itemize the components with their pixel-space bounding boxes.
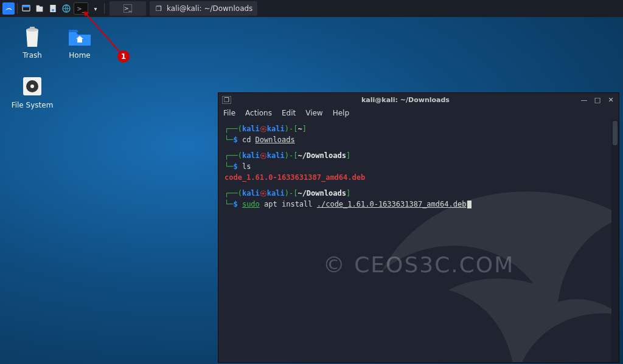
svg-rect-6	[30, 27, 35, 29]
desktop-icon-home[interactable]: Home	[58, 24, 101, 60]
desktop-icon-label: Home	[69, 51, 90, 60]
minimize-button[interactable]: —	[580, 96, 588, 104]
show-desktop-icon[interactable]	[20, 2, 32, 15]
window-title: kali@kali: ~/Downloads	[231, 96, 580, 104]
terminal-launcher-icon[interactable]: >_	[74, 2, 88, 15]
separator	[17, 3, 18, 14]
menu-edit[interactable]: Edit	[282, 109, 296, 117]
terminal-icon: ❐	[222, 96, 231, 104]
svg-point-3	[52, 9, 54, 12]
browser-icon[interactable]	[60, 2, 72, 15]
desktop-icon-trash[interactable]: Trash	[11, 24, 54, 60]
trash-icon	[20, 24, 44, 49]
kali-menu-icon[interactable]	[2, 2, 15, 15]
scrollbar-thumb[interactable]	[613, 121, 618, 145]
taskbar: >_ ▾ >_ ❐ kali@kali: ~/Downloads	[0, 0, 623, 17]
chevron-down-icon[interactable]: ▾	[89, 2, 102, 15]
svg-point-9	[30, 84, 34, 88]
scrollbar[interactable]	[611, 120, 619, 362]
drive-icon	[20, 74, 44, 98]
file-manager-icon[interactable]	[33, 2, 46, 15]
annotation-badge: 1	[117, 50, 130, 63]
menu-help[interactable]: Help	[333, 109, 349, 117]
terminal-body[interactable]: ┌──(kali㉿kali)-[~] └─$ cd Downloads ┌──(…	[218, 120, 619, 362]
desktop-icon-filesystem[interactable]: File System	[11, 74, 54, 109]
home-folder-icon	[68, 24, 92, 49]
terminal-icon: >_	[124, 4, 132, 13]
menu-view[interactable]: View	[305, 109, 322, 117]
kali-dragon-watermark	[351, 120, 619, 362]
window-titlebar[interactable]: ❐ kali@kali: ~/Downloads — □ ✕	[218, 93, 619, 106]
svg-rect-1	[23, 5, 30, 7]
desktop-icon-label: File System	[12, 101, 54, 109]
menu-actions[interactable]: Actions	[245, 109, 272, 117]
desktop-icon-label: Trash	[23, 51, 42, 60]
menu-file[interactable]: File	[223, 109, 235, 117]
taskbar-item-terminal-2[interactable]: ❐ kali@kali: ~/Downloads	[150, 1, 257, 16]
maximize-button[interactable]: □	[593, 96, 602, 104]
terminal-window: ❐ kali@kali: ~/Downloads — □ ✕ File Acti…	[218, 92, 619, 363]
terminal-icon: ❐	[155, 4, 163, 13]
terminal-menubar: File Actions Edit View Help	[218, 106, 619, 120]
text-editor-icon[interactable]	[47, 2, 59, 15]
taskbar-item-terminal-1[interactable]: >_	[110, 1, 146, 16]
taskbar-item-label: kali@kali: ~/Downloads	[167, 4, 252, 13]
separator	[104, 3, 105, 14]
close-button[interactable]: ✕	[607, 96, 615, 104]
